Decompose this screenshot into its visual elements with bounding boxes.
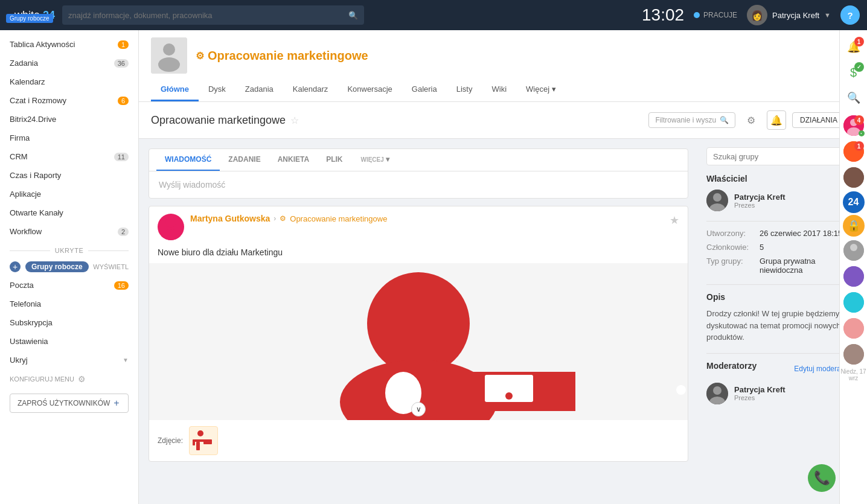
notification-circle-btn[interactable]: 24 <box>843 191 865 213</box>
tab-wiecej[interactable]: Więcej ▾ <box>516 78 566 101</box>
add-group-button[interactable]: + <box>10 261 21 272</box>
show-button[interactable]: WYŚWIETL <box>93 263 129 270</box>
user-avatar-2[interactable]: 1 <box>842 139 866 164</box>
sidebar-item-workflow[interactable]: Workflow 2 <box>0 222 138 241</box>
post-author-name[interactable]: Martyna Gutkowska <box>190 214 270 223</box>
tab-konwersacje[interactable]: Konwersacje <box>338 78 402 101</box>
svg-point-33 <box>843 344 864 365</box>
owner-row: Patrycja Kreft Prezes <box>706 190 859 211</box>
tab-wiki[interactable]: Wiki <box>482 78 516 101</box>
sidebar-item-czas[interactable]: Czas i Raporty <box>0 166 138 185</box>
tab-zadania[interactable]: Zadania <box>235 78 283 101</box>
group-title-row: ⚙ Opracowanie marketingowe <box>151 37 855 74</box>
type-key: Typ grupy: <box>706 257 755 275</box>
svg-point-4 <box>161 229 181 240</box>
configure-label: KONFIGURUJ MENU <box>10 375 74 383</box>
svg-rect-16 <box>203 439 212 444</box>
members-row: Członkowie: 5 <box>706 243 859 252</box>
owner-name[interactable]: Patrycja Kreft <box>734 193 785 202</box>
notification-icon-btn[interactable]: 🔔 1 <box>842 35 866 59</box>
user-avatar-6[interactable] <box>842 290 866 314</box>
sidebar: Tablica Aktywności 1 Zadania 36 Kalendar… <box>0 30 139 504</box>
compose-tab-wiecej[interactable]: WIĘCEJ ▾ <box>351 149 398 171</box>
user-avatar-1[interactable]: 4 · <box>842 113 866 138</box>
user-avatar-7[interactable] <box>842 316 866 340</box>
compose-tab-ankieta[interactable]: ANKIETA <box>269 149 318 171</box>
sidebar-item-kalendarz[interactable]: Kalendarz <box>0 72 138 91</box>
tab-galeria[interactable]: Galeria <box>402 78 447 101</box>
moderator-role: Prezes <box>734 394 785 401</box>
user-avatar-3[interactable] <box>842 165 866 190</box>
post-image: ∨ <box>149 263 688 420</box>
magnify-icon-btn[interactable]: 🔍 <box>842 86 866 110</box>
lock-icon-btn[interactable]: 🔒 <box>843 215 865 237</box>
sidebar-item-aplikacje[interactable]: Aplikacje <box>0 185 138 203</box>
svg-rect-15 <box>193 439 195 445</box>
clock-display: 13:02 <box>642 5 684 25</box>
configure-menu[interactable]: KONFIGURUJ MENU ⚙ <box>0 369 138 389</box>
sidebar-item-czat[interactable]: Czat i Rozmowy 6 <box>0 91 138 110</box>
type-row: Typ grupy: Grupa prywatna niewidoczna <box>706 257 859 275</box>
user-avatar-5[interactable] <box>842 264 866 289</box>
moderators-row: Moderatorzy Edytuj moderatorów <box>706 361 859 377</box>
compose-tab-plik[interactable]: PLIK <box>318 149 351 171</box>
dollar-icon-btn[interactable]: $ ✓ <box>842 60 866 85</box>
user-dropdown-icon[interactable]: ▼ <box>824 11 831 19</box>
post-group-icon: ⚙ <box>280 214 286 223</box>
svg-point-9 <box>505 392 513 400</box>
sidebar-badge-zadania: 36 <box>114 59 129 68</box>
owner-section: Właściciel Patrycja Kreft Prezes <box>706 174 859 211</box>
sidebar-item-tablica[interactable]: Tablica Aktywności 1 <box>0 35 138 54</box>
help-button[interactable]: ? <box>840 5 860 25</box>
sidebar-item-subskrypcja[interactable]: Subskrypcja <box>0 313 138 332</box>
search-group-field[interactable] <box>713 152 838 161</box>
group-page-header: Opracowanie marketingowe ☆ Filtrowanie i… <box>139 102 867 139</box>
star-icon[interactable]: ☆ <box>290 115 299 126</box>
svg-point-29 <box>850 244 857 251</box>
sidebar-item-telefonia[interactable]: Telefonia <box>0 295 138 313</box>
search-bar[interactable]: 🔍 <box>62 5 364 25</box>
user-info[interactable]: 👩 Patrycja Kreft ▼ <box>747 5 831 25</box>
filter-input[interactable]: Filtrowanie i wyszu 🔍 <box>648 112 735 128</box>
user-avatar-4[interactable] <box>842 238 866 263</box>
compose-input[interactable]: Wyślij wiadomość <box>149 171 688 198</box>
sidebar-item-otwarte[interactable]: Otwarte Kanały <box>0 203 138 222</box>
user-avatar-8[interactable] <box>842 342 866 366</box>
sidebar-item-bitrix[interactable]: Bitrix24.Drive <box>0 110 138 129</box>
post-group-name[interactable]: Opracowanie marketingowe <box>290 214 387 223</box>
phone-fab-button[interactable]: 📞 <box>808 464 836 492</box>
search-group-input[interactable]: 🔍 <box>706 147 859 165</box>
tab-glowne[interactable]: Główne <box>151 78 199 101</box>
moderators-label: Moderatorzy <box>706 361 757 371</box>
svg-point-18 <box>713 193 721 202</box>
sidebar-label-zadania: Zadania <box>10 59 38 68</box>
sidebar-item-ukryj[interactable]: Ukryj ▼ <box>0 351 138 369</box>
sidebar-item-zadania[interactable]: Zadania 36 <box>0 54 138 72</box>
sidebar-badge-czat: 6 <box>118 97 129 105</box>
attachment-thumbnail[interactable] <box>189 426 218 455</box>
sidebar-item-ustawienia[interactable]: Ustawienia <box>0 332 138 351</box>
gear-icon[interactable]: ⚙ <box>78 374 86 384</box>
invite-button[interactable]: ZAPROŚ UŻYTKOWNIKÓW + <box>10 394 129 413</box>
svg-point-12 <box>197 430 203 436</box>
search-input[interactable] <box>68 11 344 20</box>
tab-kalendarz[interactable]: Kalendarz <box>283 78 338 101</box>
post-star-icon[interactable]: ★ <box>670 214 679 227</box>
sidebar-item-firma[interactable]: Firma <box>0 129 138 147</box>
tab-dysk[interactable]: Dysk <box>199 78 235 101</box>
grupy-header: + Grupy robocze WYŚWIETL <box>0 258 138 276</box>
sidebar-item-poczta[interactable]: Poczta 16 <box>0 276 138 295</box>
group-name-text: Opracowanie marketingowe <box>208 49 368 63</box>
notification-button[interactable]: 🔔 <box>767 110 786 130</box>
compose-tab-zadanie[interactable]: ZADANIE <box>220 149 269 171</box>
settings-button[interactable]: ⚙ <box>741 110 761 130</box>
group-name: ⚙ Opracowanie marketingowe <box>196 49 368 63</box>
compose-tab-wiadomosc[interactable]: WIADOMOŚĆ <box>156 149 220 171</box>
grupy-label[interactable]: Grupy robocze <box>25 261 89 272</box>
collapse-button[interactable]: ∨ <box>411 402 426 416</box>
sidebar-item-crm[interactable]: CRM 11 <box>0 147 138 166</box>
tab-listy[interactable]: Listy <box>447 78 482 101</box>
time-label: Niedz, 17 wrz <box>840 368 867 381</box>
sidebar-label-kalendarz: Kalendarz <box>10 77 45 86</box>
moderator-name[interactable]: Patrycja Kreft <box>734 385 785 394</box>
